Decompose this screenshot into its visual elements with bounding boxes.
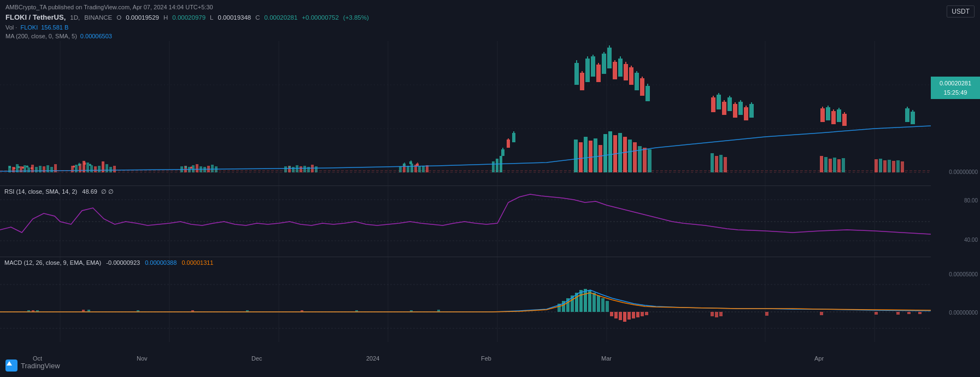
- svg-rect-260: [875, 312, 878, 315]
- tradingview-logo: TradingView: [5, 359, 60, 372]
- macd-label: MACD (12, 26, close, 9, EMA, EMA) -0.000…: [4, 259, 214, 266]
- rsi-panel: RSI (14, close, SMA, 14, 2) 48.69 ∅ ∅: [0, 186, 931, 257]
- svg-rect-138: [512, 133, 515, 142]
- svg-rect-78: [623, 137, 627, 172]
- tv-text: TradingView: [21, 362, 60, 370]
- svg-rect-102: [9, 166, 11, 168]
- y-axis-macd: 0.00005000 0.00000000: [932, 257, 980, 342]
- high-val: 0.00020979: [172, 13, 206, 22]
- svg-rect-164: [640, 78, 644, 96]
- rsi-label: RSI (14, close, SMA, 14, 2) 48.69 ∅ ∅: [4, 188, 114, 195]
- svg-rect-60: [410, 164, 413, 172]
- svg-rect-68: [574, 140, 578, 172]
- svg-rect-240: [584, 289, 587, 312]
- svg-rect-144: [585, 59, 590, 82]
- svg-rect-134: [501, 149, 504, 156]
- svg-rect-83: [648, 149, 652, 172]
- svg-rect-79: [628, 140, 632, 172]
- svg-rect-246: [610, 312, 613, 316]
- svg-rect-91: [833, 158, 836, 172]
- svg-rect-253: [641, 312, 644, 316]
- svg-rect-186: [826, 107, 830, 120]
- svg-rect-242: [592, 293, 596, 312]
- svg-rect-69: [579, 142, 583, 172]
- svg-rect-66: [496, 159, 498, 172]
- price-time: 15:25:49: [935, 88, 976, 97]
- svg-rect-251: [632, 312, 635, 318]
- svg-rect-84: [711, 153, 714, 172]
- svg-rect-166: [645, 86, 650, 101]
- svg-rect-258: [765, 312, 768, 316]
- svg-rect-160: [629, 67, 633, 85]
- svg-rect-71: [589, 141, 592, 172]
- svg-rect-255: [711, 312, 714, 316]
- svg-rect-46: [211, 165, 214, 172]
- svg-rect-247: [614, 312, 618, 318]
- change-pct: (+3.85%): [343, 13, 369, 22]
- svg-rect-75: [608, 131, 612, 172]
- svg-text:Apr: Apr: [814, 355, 824, 362]
- svg-rect-194: [905, 108, 909, 122]
- svg-rect-88: [820, 156, 823, 172]
- svg-rect-188: [831, 111, 836, 124]
- svg-rect-106: [17, 166, 20, 168]
- svg-rect-142: [580, 73, 584, 90]
- low-val: 0.00019348: [218, 13, 251, 22]
- svg-rect-94: [875, 159, 878, 172]
- svg-rect-80: [633, 142, 637, 172]
- svg-rect-114: [73, 166, 75, 167]
- svg-rect-51: [296, 165, 298, 172]
- svg-rect-70: [584, 137, 588, 172]
- svg-rect-148: [596, 65, 601, 82]
- svg-rect-250: [627, 312, 631, 320]
- svg-rect-112: [31, 167, 33, 169]
- vol-line: Vol · FLOKI 156.581 B: [5, 24, 975, 32]
- svg-rect-52: [300, 166, 302, 172]
- close-val: 0.00020281: [265, 13, 298, 22]
- svg-rect-158: [624, 64, 628, 80]
- svg-rect-154: [613, 62, 617, 79]
- open-val: 0.00019529: [126, 13, 159, 22]
- svg-rect-50: [292, 167, 295, 172]
- svg-rect-41: [192, 165, 195, 172]
- svg-rect-74: [603, 134, 607, 172]
- svg-rect-42: [196, 164, 198, 172]
- svg-rect-257: [719, 312, 723, 316]
- svg-rect-89: [824, 157, 828, 172]
- ma-label: MA (200, close, 0, SMA, 5): [5, 32, 77, 40]
- macd-panel: MACD (12, 26, close, 9, EMA, EMA) -0.000…: [0, 257, 931, 342]
- svg-rect-264: [0, 350, 931, 377]
- published-by: AMBCrypto_TA published on TradingView.co…: [5, 3, 975, 11]
- svg-rect-62: [418, 166, 421, 172]
- svg-rect-140: [574, 63, 579, 85]
- svg-rect-136: [507, 140, 510, 148]
- svg-rect-0: [0, 41, 931, 186]
- price-value: 0.00020281: [935, 79, 976, 88]
- svg-rect-90: [829, 159, 832, 172]
- main-chart-panel: [0, 41, 931, 186]
- svg-rect-152: [607, 48, 612, 68]
- svg-rect-174: [727, 97, 732, 111]
- svg-rect-53: [303, 166, 306, 172]
- svg-rect-126: [289, 166, 291, 168]
- svg-rect-182: [749, 104, 754, 118]
- svg-rect-108: [22, 167, 24, 169]
- svg-rect-37: [113, 166, 116, 172]
- svg-rect-95: [879, 159, 882, 172]
- currency-badge: USDT: [947, 5, 975, 18]
- svg-rect-85: [715, 156, 718, 172]
- svg-rect-31: [90, 165, 93, 172]
- svg-rect-23: [46, 165, 49, 172]
- ma-line: MA (200, close, 0, SMA, 5) 0.00006503: [5, 32, 975, 40]
- svg-rect-150: [602, 54, 606, 74]
- vol-symbol: FLOKI: [20, 24, 38, 32]
- svg-rect-156: [618, 59, 623, 77]
- svg-rect-256: [715, 312, 718, 317]
- svg-rect-176: [733, 104, 737, 118]
- svg-rect-178: [738, 102, 743, 115]
- x-axis: Oct Nov Dec 2024 Feb Mar Apr: [0, 350, 931, 377]
- svg-rect-116: [78, 164, 80, 166]
- svg-rect-22: [43, 166, 45, 172]
- svg-rect-243: [597, 295, 600, 312]
- svg-rect-86: [719, 155, 723, 172]
